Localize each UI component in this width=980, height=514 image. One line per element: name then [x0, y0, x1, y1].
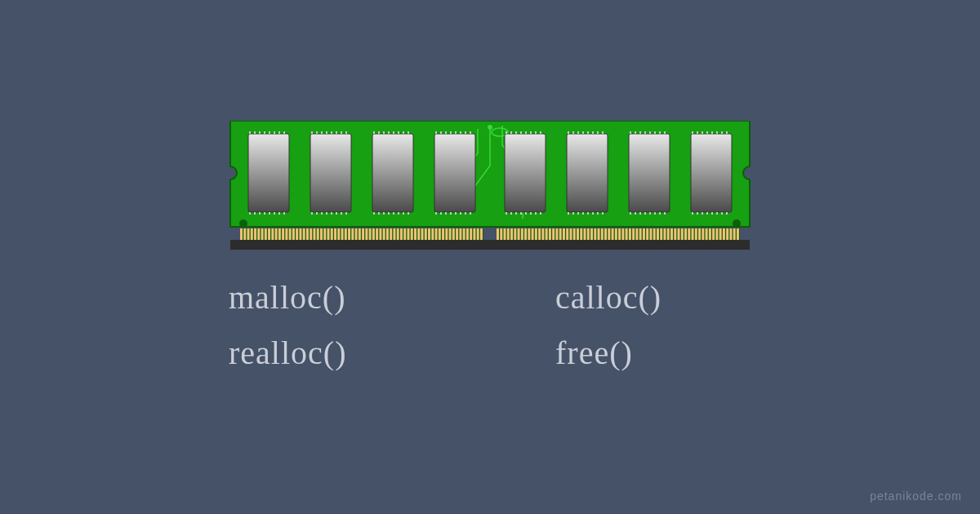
svg-rect-59 [421, 228, 424, 240]
svg-rect-25 [303, 228, 305, 240]
svg-rect-122 [653, 228, 656, 240]
svg-rect-55 [407, 228, 409, 240]
svg-rect-124 [660, 228, 662, 240]
svg-rect-146 [737, 228, 739, 240]
svg-rect-48 [383, 228, 385, 240]
svg-rect-44 [369, 228, 372, 240]
svg-rect-82 [514, 228, 516, 240]
svg-rect-97 [566, 228, 568, 240]
svg-rect-129 [678, 228, 680, 240]
svg-rect-95 [559, 228, 562, 240]
svg-rect-128 [674, 228, 676, 240]
svg-rect-85 [524, 228, 527, 240]
svg-rect-34 [334, 228, 336, 240]
svg-rect-0 [230, 240, 750, 250]
svg-rect-76 [480, 228, 483, 240]
svg-rect-74 [473, 228, 475, 240]
svg-rect-140 [715, 228, 718, 240]
svg-rect-232 [567, 134, 608, 212]
svg-rect-19 [282, 228, 284, 240]
svg-rect-68 [452, 228, 455, 240]
svg-rect-119 [643, 228, 645, 240]
svg-rect-136 [702, 228, 704, 240]
svg-rect-33 [331, 228, 333, 240]
svg-rect-8 [243, 228, 246, 240]
svg-rect-50 [390, 228, 392, 240]
svg-rect-10 [251, 228, 253, 240]
svg-rect-51 [393, 228, 395, 240]
svg-rect-123 [657, 228, 659, 240]
svg-rect-96 [563, 228, 565, 240]
svg-rect-138 [709, 228, 711, 240]
svg-rect-65 [442, 228, 444, 240]
svg-rect-43 [365, 228, 368, 240]
svg-rect-21 [289, 228, 292, 240]
svg-rect-142 [723, 228, 725, 240]
svg-rect-147 [248, 134, 289, 212]
svg-rect-114 [626, 228, 628, 240]
ram-icon [229, 121, 751, 251]
svg-rect-80 [507, 228, 510, 240]
svg-rect-56 [411, 228, 413, 240]
svg-rect-42 [362, 228, 364, 240]
svg-rect-118 [639, 228, 642, 240]
svg-rect-72 [466, 228, 469, 240]
svg-rect-139 [712, 228, 715, 240]
svg-rect-266 [691, 134, 732, 212]
svg-rect-87 [532, 228, 534, 240]
svg-rect-58 [417, 228, 420, 240]
svg-rect-79 [504, 228, 506, 240]
svg-rect-83 [518, 228, 520, 240]
svg-rect-81 [510, 228, 513, 240]
svg-rect-141 [719, 228, 722, 240]
svg-rect-46 [376, 228, 378, 240]
svg-rect-78 [500, 228, 502, 240]
svg-rect-69 [456, 228, 458, 240]
svg-rect-36 [341, 228, 344, 240]
svg-rect-102 [584, 228, 586, 240]
svg-rect-94 [555, 228, 558, 240]
watermark-text: petanikode.com [870, 490, 962, 503]
svg-rect-27 [310, 228, 312, 240]
svg-point-4 [733, 219, 741, 228]
svg-rect-31 [323, 228, 326, 240]
svg-rect-60 [425, 228, 427, 240]
svg-rect-93 [552, 228, 555, 240]
svg-rect-28 [313, 228, 315, 240]
diagram-canvas: malloc() calloc() realloc() free() petan… [0, 0, 980, 514]
label-malloc: malloc() [229, 281, 457, 314]
svg-rect-120 [646, 228, 648, 240]
svg-rect-75 [477, 228, 479, 240]
svg-rect-198 [434, 134, 475, 212]
svg-rect-37 [345, 228, 347, 240]
svg-rect-64 [439, 228, 441, 240]
svg-rect-39 [351, 228, 354, 240]
svg-rect-26 [306, 228, 309, 240]
svg-rect-133 [692, 228, 694, 240]
svg-rect-38 [348, 228, 350, 240]
svg-rect-14 [265, 228, 267, 240]
svg-rect-49 [386, 228, 389, 240]
svg-rect-57 [414, 228, 416, 240]
svg-rect-89 [538, 228, 541, 240]
svg-rect-15 [268, 228, 270, 240]
svg-rect-47 [379, 228, 381, 240]
svg-rect-126 [667, 228, 670, 240]
svg-rect-24 [299, 228, 301, 240]
svg-rect-145 [733, 228, 736, 240]
svg-rect-249 [629, 134, 670, 212]
svg-rect-17 [275, 228, 278, 240]
svg-rect-181 [372, 134, 413, 212]
svg-rect-116 [632, 228, 635, 240]
svg-rect-113 [621, 228, 624, 240]
svg-rect-70 [459, 228, 461, 240]
svg-point-3 [239, 219, 247, 228]
svg-rect-110 [612, 228, 614, 240]
svg-rect-109 [608, 228, 610, 240]
svg-rect-32 [327, 228, 330, 240]
svg-rect-11 [254, 228, 256, 240]
svg-rect-29 [317, 228, 319, 240]
svg-rect-105 [594, 228, 596, 240]
svg-rect-115 [629, 228, 631, 240]
svg-rect-108 [604, 228, 607, 240]
